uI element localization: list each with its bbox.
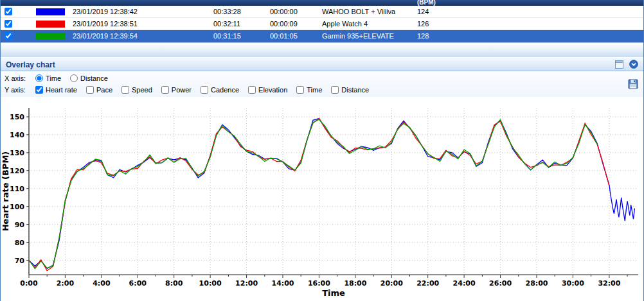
chart-plot: 7080901001101201301401500:002:004:006:00… [1,98,643,301]
row-check-cell [1,32,16,40]
svg-text:6:00: 6:00 [129,279,147,288]
y-axis-option-speed[interactable]: Speed [121,86,152,94]
checkbox-input[interactable] [296,86,304,94]
y-axis-option-time[interactable]: Time [296,86,322,94]
svg-text:150: 150 [10,113,24,121]
x-axis-options: TimeDistance [35,74,108,82]
option-label: Power [172,86,192,94]
row-duration: 00:32:11 [210,20,267,28]
svg-text:22:00: 22:00 [416,279,439,288]
svg-text:140: 140 [10,131,24,139]
panel-title: Overlay chart [1,60,55,69]
svg-text:10:00: 10:00 [199,279,222,288]
row-avg-hr: 128 [415,32,460,40]
series-color-swatch[interactable] [36,21,65,28]
table-row[interactable]: 23/01/2019 12:38:51 00:32:11 00:00:09 Ap… [1,18,643,30]
option-label: Time [46,74,61,82]
row-avg-hr: 126 [415,20,460,28]
y-axis-option-pace[interactable]: Pace [86,86,112,94]
row-check-cell [1,8,16,15]
y-axis-option-elevation[interactable]: Elevation [248,86,287,94]
svg-text:26:00: 26:00 [489,279,512,288]
table-header-sliver: (BPM) [1,0,643,6]
svg-text:4:00: 4:00 [93,279,111,288]
checkbox-input[interactable] [121,86,129,94]
svg-text:18:00: 18:00 [344,279,366,288]
y-axis-option-distance[interactable]: Distance [331,86,369,94]
checkbox-input[interactable] [35,86,43,94]
svg-text:24:00: 24:00 [453,279,476,288]
table-header-fragment: (BPM) [417,0,436,6]
overlay-chart-header: Overlay chart [1,57,643,71]
option-label: Pace [96,86,112,94]
checkbox-input[interactable] [248,86,256,94]
row-color-cell [16,33,70,40]
checkbox-input[interactable] [201,86,208,94]
row-offset: 00:01:05 [267,32,319,40]
row-offset: 00:00:00 [267,8,319,15]
svg-text:80: 80 [15,239,25,247]
row-duration: 00:33:28 [210,8,267,15]
y-axis-option-cadence[interactable]: Cadence [201,86,239,94]
svg-text:16:00: 16:00 [308,279,330,288]
series-color-swatch[interactable] [36,33,65,40]
checkbox-input[interactable] [331,86,339,94]
radio-input[interactable] [35,74,43,82]
svg-text:Heart rate (BPM): Heart rate (BPM) [1,151,10,232]
panel-gap-band [1,42,643,57]
row-datetime: 23/01/2019 12:38:51 [70,20,210,28]
y-axis-option-power[interactable]: Power [161,86,192,94]
chart-controls: X axis: TimeDistance Y axis: Heart rateP… [1,71,643,97]
svg-text:30:00: 30:00 [562,279,584,288]
svg-text:28:00: 28:00 [525,279,548,288]
svg-text:0:00: 0:00 [20,279,38,288]
popout-icon[interactable] [615,60,623,69]
svg-text:12:00: 12:00 [235,279,258,288]
x-axis-option-distance[interactable]: Distance [70,74,108,82]
row-visible-checkbox[interactable] [4,20,12,28]
table-row[interactable]: 23/01/2019 12:39:54 00:31:15 00:01:05 Ga… [1,30,643,42]
save-chart-button[interactable] [628,79,638,92]
svg-text:14:00: 14:00 [271,279,294,288]
activity-table: 23/01/2019 12:38:42 00:33:28 00:00:00 WA… [1,6,643,42]
row-datetime: 23/01/2019 12:38:42 [70,8,210,15]
svg-text:110: 110 [10,185,24,193]
row-visible-checkbox[interactable] [4,8,12,15]
series-color-swatch[interactable] [36,8,65,15]
svg-text:8:00: 8:00 [165,279,183,288]
row-device: Apple Watch 4 [319,20,415,28]
row-duration: 00:31:15 [210,32,267,40]
svg-text:20:00: 20:00 [380,279,403,288]
radio-input[interactable] [70,74,78,82]
option-label: Cadence [211,86,239,94]
svg-text:90: 90 [15,221,25,229]
option-label: Time [307,86,322,94]
x-axis-option-time[interactable]: Time [35,74,61,82]
table-row[interactable]: 23/01/2019 12:38:42 00:33:28 00:00:00 WA… [1,6,643,18]
svg-text:120: 120 [10,167,24,175]
option-label: Distance [80,74,108,82]
y-axis-options: Heart ratePaceSpeedPowerCadenceElevation… [35,86,369,94]
collapse-panel-icon[interactable] [629,60,638,69]
y-axis-label: Y axis: [4,86,28,94]
option-label: Heart rate [46,86,77,94]
checkbox-input[interactable] [161,86,169,94]
row-device: Garmin 935+ELEVATE [319,32,415,40]
row-device: WAHOO BOLT + Viiiiva [319,8,415,15]
checkbox-input[interactable] [86,86,94,94]
svg-text:100: 100 [10,203,24,211]
svg-text:2:00: 2:00 [57,279,75,288]
row-offset: 00:00:09 [267,20,319,28]
row-visible-checkbox[interactable] [4,32,12,40]
app-window: (BPM) 23/01/2019 12:38:42 00:33:28 00:00… [0,0,644,301]
y-axis-option-heart-rate[interactable]: Heart rate [35,86,77,94]
row-check-cell [1,20,16,28]
svg-text:130: 130 [10,149,24,157]
option-label: Distance [341,86,369,94]
svg-text:32:00: 32:00 [598,279,620,288]
row-datetime: 23/01/2019 12:39:54 [70,32,210,40]
option-label: Elevation [258,86,287,94]
save-icon [628,79,638,89]
svg-text:70: 70 [15,257,25,265]
row-avg-hr: 124 [415,8,460,15]
